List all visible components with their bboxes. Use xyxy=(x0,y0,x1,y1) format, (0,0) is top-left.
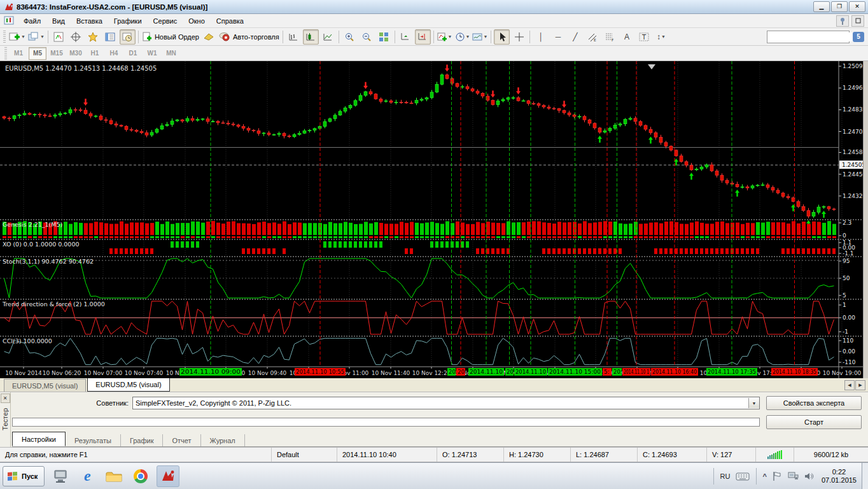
tile-windows-button[interactable] xyxy=(376,29,392,45)
volume-icon[interactable] xyxy=(801,471,816,481)
chart-line-button[interactable] xyxy=(320,29,336,45)
svg-text:F: F xyxy=(612,38,614,42)
search-field[interactable] xyxy=(767,31,850,43)
timeframe-bar: M1 M5 M15 M30 H1 H4 D1 W1 MN xyxy=(0,46,868,61)
tf-m1[interactable]: M1 xyxy=(10,47,27,60)
chart-scrollbar[interactable] xyxy=(863,61,868,378)
taskbar-app-icon[interactable] xyxy=(50,466,71,486)
metatrader-taskbar-icon[interactable] xyxy=(157,465,179,487)
chrome-icon[interactable] xyxy=(130,466,151,486)
chart-shift-button[interactable] xyxy=(415,29,431,45)
start-button[interactable]: Старт xyxy=(766,415,862,429)
tf-mn[interactable]: MN xyxy=(162,47,180,60)
tester-tab-settings[interactable]: Настройки xyxy=(12,432,66,446)
metaeditor-button[interactable] xyxy=(201,29,217,45)
tf-h4[interactable]: H4 xyxy=(105,47,123,60)
language-indicator[interactable]: RU xyxy=(718,472,733,480)
tf-m30[interactable]: M30 xyxy=(67,47,85,60)
menu-view[interactable]: Вид xyxy=(46,15,71,27)
horizontal-line-button[interactable]: ─ xyxy=(550,29,566,45)
pin-icon[interactable] xyxy=(836,15,849,27)
profiles-button[interactable]: ▼ xyxy=(27,29,45,45)
child-restore-button[interactable] xyxy=(851,15,864,27)
chart-bars-button[interactable] xyxy=(286,29,302,45)
status-profile[interactable]: Default xyxy=(271,448,337,462)
chart-area: EURUSD,M5 1.24470 1.24513 1.24468 1.2450… xyxy=(0,61,868,378)
restore-button[interactable]: ❐ xyxy=(831,1,848,12)
internet-explorer-icon[interactable]: e xyxy=(76,466,98,486)
tf-m15[interactable]: M15 xyxy=(48,47,66,60)
zoom-out-button[interactable] xyxy=(359,29,375,45)
metatrader-window: 8364473: InstaForex-USA2.com - [EURUSD,M… xyxy=(0,0,868,489)
navigator-button[interactable] xyxy=(85,29,101,45)
tester-tab-report[interactable]: Отчет xyxy=(163,434,200,446)
tray-expand-icon[interactable]: ^ xyxy=(760,472,769,480)
search-input[interactable] xyxy=(767,32,862,41)
svg-text:-110: -110 xyxy=(843,359,856,365)
flag-icon[interactable] xyxy=(769,471,785,481)
tester-close-button[interactable]: ✕ xyxy=(1,393,10,403)
folder-icon[interactable] xyxy=(103,466,125,486)
chart-canvas[interactable]: EURUSD,M5 1.24470 1.24513 1.24468 1.2450… xyxy=(0,61,863,378)
tester-tab-journal[interactable]: Журнал xyxy=(201,434,245,446)
menu-window[interactable]: Окно xyxy=(183,15,211,27)
fibonacci-button[interactable]: F xyxy=(601,29,617,45)
market-watch-button[interactable] xyxy=(51,29,67,45)
tray-clock[interactable]: 0:22 07.01.2015 xyxy=(816,468,862,485)
svg-text:-1.1: -1.1 xyxy=(843,250,854,257)
tabs-scroll-right-icon[interactable]: ▶ xyxy=(855,380,865,390)
show-desktop-button[interactable] xyxy=(862,463,868,489)
terminal-button[interactable] xyxy=(102,29,118,45)
tf-w1[interactable]: W1 xyxy=(143,47,161,60)
tester-tabs: Настройки Результаты График Отчет Журнал xyxy=(12,432,868,447)
arrows-tool-button[interactable]: ↕▼ xyxy=(653,29,669,45)
network-icon[interactable] xyxy=(785,471,801,481)
keyboard-icon[interactable] xyxy=(733,472,752,481)
indicators-button[interactable]: ▼ xyxy=(437,29,453,45)
start-button-windows[interactable]: Пуск xyxy=(3,466,45,486)
chart-tab-0[interactable]: EURUSD,M5 (visual) xyxy=(4,379,86,392)
zoom-in-button[interactable] xyxy=(342,29,358,45)
auto-scroll-button[interactable] xyxy=(398,29,414,45)
text-button[interactable]: A xyxy=(619,29,634,45)
tf-d1[interactable]: D1 xyxy=(124,47,142,60)
tf-m5[interactable]: M5 xyxy=(29,47,46,60)
cursor-button[interactable] xyxy=(494,29,510,45)
expert-combobox[interactable]: SimpleFXTester_v2, Copyright © 2011, P-Z… xyxy=(132,397,760,409)
chevron-down-icon[interactable]: ▼ xyxy=(748,398,759,408)
toolbar-grip[interactable] xyxy=(4,47,7,60)
data-window-button[interactable] xyxy=(68,29,84,45)
menu-charts[interactable]: Графики xyxy=(108,15,148,27)
tf-h1[interactable]: H1 xyxy=(86,47,104,60)
tabs-scroll-left-icon[interactable]: ◀ xyxy=(844,380,855,390)
auto-trading-button[interactable]: Авто-торговля xyxy=(218,29,280,45)
menu-service[interactable]: Сервис xyxy=(148,15,183,27)
crosshair-button[interactable] xyxy=(511,29,527,45)
tester-tab-results[interactable]: Результаты xyxy=(66,434,121,446)
tester-progress-bar xyxy=(12,418,760,427)
new-order-button[interactable]: Новый Ордер xyxy=(141,29,200,45)
strategy-tester-button[interactable] xyxy=(120,29,136,45)
expert-properties-button[interactable]: Свойства эксперта xyxy=(766,396,862,410)
vertical-line-button[interactable]: │ xyxy=(533,29,549,45)
tester-tab-graph[interactable]: График xyxy=(121,434,164,446)
notifications-badge[interactable]: 5 xyxy=(853,32,864,42)
chart-tab-1[interactable]: EURUSD,M5 (visual) xyxy=(87,377,169,392)
chart-candles-button[interactable] xyxy=(303,29,319,45)
toolbar-separator xyxy=(491,31,491,43)
channel-button[interactable]: E xyxy=(584,29,600,45)
menu-help[interactable]: Справка xyxy=(211,15,249,27)
toolbar-grip[interactable] xyxy=(3,31,6,43)
text-label-button[interactable]: T xyxy=(636,29,652,45)
close-button[interactable]: ✕ xyxy=(849,1,865,12)
new-chart-button[interactable]: ▼ xyxy=(8,29,26,45)
menu-file[interactable]: Файл xyxy=(18,15,46,27)
menu-insert[interactable]: Вставка xyxy=(71,15,108,27)
svg-text:T: T xyxy=(641,34,647,41)
trendline-button[interactable]: ╱ xyxy=(567,29,583,45)
svg-text:95: 95 xyxy=(843,258,850,264)
periods-button[interactable]: ▼ xyxy=(454,29,471,45)
minimize-button[interactable]: ▁ xyxy=(813,1,830,12)
expert-combobox-value: SimpleFXTester_v2, Copyright © 2011, P-Z… xyxy=(133,399,748,407)
templates-button[interactable]: ▼ xyxy=(472,29,488,45)
